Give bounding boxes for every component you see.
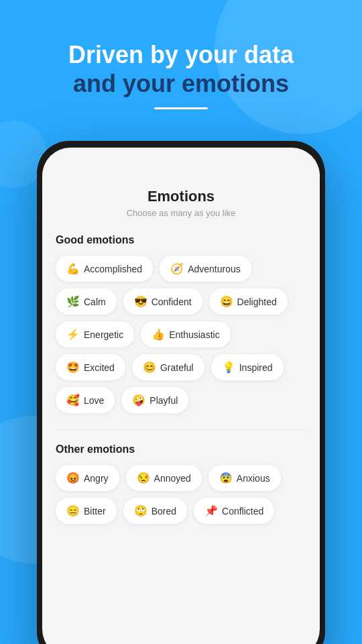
headline-line1: Driven by your data xyxy=(27,40,335,69)
chip-love-label: Love xyxy=(84,395,104,406)
headline: Driven by your data and your emotions xyxy=(27,40,335,98)
chip-inspired[interactable]: 💡 Inspired xyxy=(211,354,284,380)
phone-shell: Emotions Choose as many as you like Good… xyxy=(37,141,325,644)
chip-anxious-emoji: 😨 xyxy=(219,472,233,484)
chip-delighted-emoji: 😄 xyxy=(220,295,233,308)
phone-screen: Emotions Choose as many as you like Good… xyxy=(42,148,320,644)
chip-love-emoji: 🥰 xyxy=(66,394,80,407)
chip-adventurous[interactable]: 🧭 Adventurous xyxy=(160,256,251,282)
good-emotions-chips: 💪 Accomplished 🧭 Adventurous 🌿 Calm 😎 Co… xyxy=(56,256,306,413)
chip-calm-label: Calm xyxy=(84,297,106,307)
chip-annoyed-label: Annoyed xyxy=(154,473,191,484)
chip-adventurous-emoji: 🧭 xyxy=(170,262,184,275)
header-divider xyxy=(154,107,208,109)
chip-bored[interactable]: 🙄 Bored xyxy=(123,498,187,524)
chip-accomplished-label: Accomplished xyxy=(84,264,142,274)
chip-bitter-emoji: 😑 xyxy=(66,504,80,517)
chip-energetic-emoji: ⚡ xyxy=(66,328,80,341)
chip-angry-emoji: 😡 xyxy=(66,472,80,484)
chip-excited-emoji: 🤩 xyxy=(66,361,80,374)
chip-excited[interactable]: 🤩 Excited xyxy=(56,354,125,380)
chip-inspired-emoji: 💡 xyxy=(222,361,235,374)
chip-energetic-label: Energetic xyxy=(84,329,123,340)
chip-enthusiastic-label: Enthusiastic xyxy=(169,329,219,340)
headline-line2: and your emotions xyxy=(27,69,335,98)
chip-calm-emoji: 🌿 xyxy=(66,295,80,308)
chip-anxious-label: Anxious xyxy=(237,473,270,484)
chip-playful-label: Playful xyxy=(149,395,178,406)
chip-bitter-label: Bitter xyxy=(84,506,106,517)
chip-grateful[interactable]: 😊 Grateful xyxy=(132,354,204,380)
section-divider xyxy=(56,429,306,430)
chip-annoyed[interactable]: 😒 Annoyed xyxy=(126,465,202,491)
chip-confident-label: Confident xyxy=(152,297,192,307)
screen-content[interactable]: Emotions Choose as many as you like Good… xyxy=(42,148,320,644)
other-emotions-chips: 😡 Angry 😒 Annoyed 😨 Anxious 😑 Bitter xyxy=(56,465,306,524)
phone-mockup: Emotions Choose as many as you like Good… xyxy=(37,141,325,644)
chip-playful-emoji: 🤪 xyxy=(132,394,145,407)
chip-playful[interactable]: 🤪 Playful xyxy=(121,387,188,413)
good-emotions-title: Good emotions xyxy=(56,234,306,246)
chip-calm[interactable]: 🌿 Calm xyxy=(56,288,117,315)
chip-adventurous-label: Adventurous xyxy=(188,264,241,274)
chip-angry-label: Angry xyxy=(84,473,109,484)
chip-grateful-emoji: 😊 xyxy=(143,361,156,374)
chip-angry[interactable]: 😡 Angry xyxy=(56,465,119,491)
emotions-title: Emotions xyxy=(56,188,306,205)
chip-confident[interactable]: 😎 Confident xyxy=(123,288,202,315)
chip-love[interactable]: 🥰 Love xyxy=(56,387,115,413)
chip-grateful-label: Grateful xyxy=(160,362,194,373)
chip-delighted-label: Delighted xyxy=(237,297,277,307)
chip-conflicted[interactable]: 📌 Conflicted xyxy=(194,498,274,524)
emotions-subtitle: Choose as many as you like xyxy=(56,208,306,218)
chip-conflicted-emoji: 📌 xyxy=(204,504,218,517)
chip-annoyed-emoji: 😒 xyxy=(137,472,150,484)
chip-bored-label: Bored xyxy=(152,506,176,517)
chip-enthusiastic[interactable]: 👍 Enthusiastic xyxy=(141,321,230,347)
chip-excited-label: Excited xyxy=(84,362,115,373)
chip-bored-emoji: 🙄 xyxy=(134,504,147,517)
chip-inspired-label: Inspired xyxy=(239,362,273,373)
chip-enthusiastic-emoji: 👍 xyxy=(152,328,165,341)
chip-bitter[interactable]: 😑 Bitter xyxy=(56,498,117,524)
chip-energetic[interactable]: ⚡ Energetic xyxy=(56,321,134,347)
chip-conflicted-label: Conflicted xyxy=(222,506,263,517)
chip-delighted[interactable]: 😄 Delighted xyxy=(209,288,288,315)
chip-accomplished-emoji: 💪 xyxy=(66,262,80,275)
chip-accomplished[interactable]: 💪 Accomplished xyxy=(56,256,153,282)
header: Driven by your data and your emotions xyxy=(0,0,362,123)
other-emotions-title: Other emotions xyxy=(56,443,306,455)
chip-confident-emoji: 😎 xyxy=(134,295,147,308)
chip-anxious[interactable]: 😨 Anxious xyxy=(208,465,281,491)
